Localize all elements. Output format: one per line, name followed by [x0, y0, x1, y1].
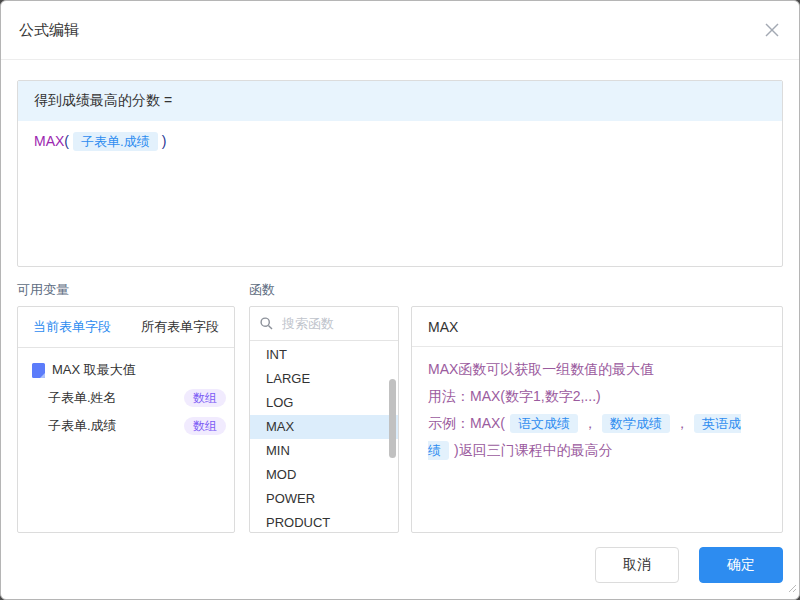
- function-search-input[interactable]: [280, 315, 388, 332]
- detail-description: MAX函数可以获取一组数值的最大值: [428, 356, 766, 383]
- section-labels: 可用变量 函数: [17, 280, 783, 300]
- open-paren: (: [64, 133, 69, 149]
- function-item-max[interactable]: MAX: [250, 415, 398, 439]
- document-icon: [32, 363, 45, 378]
- functions-panel: INT LARGE LOG MAX MIN MOD POWER PRODUCT: [249, 306, 399, 533]
- detail-title: MAX: [412, 307, 782, 347]
- panels-row: 当前表单字段 所有表单字段 MAX 取最大值 子表: [17, 306, 783, 533]
- example-prefix: 示例：MAX(: [428, 415, 505, 431]
- array-badge: 数组: [184, 417, 226, 435]
- detail-example: 示例：MAX(语文成绩，数学成绩，英语成绩)返回三门课程中的最高分: [428, 410, 766, 464]
- formula-field-chip[interactable]: 子表单.成绩: [73, 132, 158, 151]
- function-item-log[interactable]: LOG: [250, 391, 398, 415]
- formula-target-label: 得到成绩最高的分数 =: [18, 81, 782, 121]
- dialog-footer: 取消 确定: [17, 547, 783, 583]
- tree-item-subform-score[interactable]: 子表单.成绩 数组: [18, 412, 234, 440]
- function-list: INT LARGE LOG MAX MIN MOD POWER PRODUCT: [250, 341, 398, 535]
- example-suffix: )返回三门课程中的最高分: [454, 442, 613, 458]
- tree-item-subform-name[interactable]: 子表单.姓名 数组: [18, 384, 234, 412]
- dialog-body: 得到成绩最高的分数 = MAX(子表单.成绩) 可用变量 函数 当前表单字段 所…: [1, 80, 799, 583]
- tree-item-label: MAX 取最大值: [52, 361, 136, 379]
- function-item-product[interactable]: PRODUCT: [250, 511, 398, 535]
- formula-panel: 得到成绩最高的分数 = MAX(子表单.成绩): [17, 80, 783, 267]
- example-separator: ，: [675, 415, 689, 431]
- cancel-button[interactable]: 取消: [595, 547, 679, 583]
- variables-panel: 当前表单字段 所有表单字段 MAX 取最大值 子表: [17, 306, 235, 533]
- detail-body: MAX函数可以获取一组数值的最大值 用法：MAX(数字1,数字2,...) 示例…: [412, 347, 782, 473]
- function-search-row: [250, 307, 398, 341]
- variables-section-label: 可用变量: [17, 280, 249, 300]
- dialog-header: 公式编辑: [1, 1, 799, 60]
- tab-current-form-fields[interactable]: 当前表单字段: [18, 307, 126, 347]
- function-detail-panel: MAX MAX函数可以获取一组数值的最大值 用法：MAX(数字1,数字2,...…: [411, 306, 783, 533]
- search-icon: [260, 317, 273, 330]
- tree-item-max[interactable]: MAX 取最大值: [18, 356, 234, 384]
- function-item-int[interactable]: INT: [250, 343, 398, 367]
- array-badge: 数组: [184, 389, 226, 407]
- functions-section-label: 函数: [249, 280, 275, 300]
- function-item-mod[interactable]: MOD: [250, 463, 398, 487]
- dialog-title: 公式编辑: [19, 21, 79, 40]
- example-field-chip: 语文成绩: [510, 414, 578, 433]
- function-item-min[interactable]: MIN: [250, 439, 398, 463]
- close-icon[interactable]: [763, 21, 781, 39]
- formula-editor[interactable]: MAX(子表单.成绩): [18, 121, 782, 163]
- formula-edit-dialog: 公式编辑 得到成绩最高的分数 = MAX(子表单.成绩) 可用变量 函数: [0, 0, 800, 600]
- variables-tabs: 当前表单字段 所有表单字段: [18, 307, 234, 348]
- resize-grip-icon[interactable]: [786, 578, 796, 596]
- formula-function-name: MAX: [34, 133, 64, 149]
- variables-tree: MAX 取最大值 子表单.姓名 数组 子表单.成绩 数组: [18, 348, 234, 440]
- scrollbar-thumb[interactable]: [389, 379, 396, 458]
- tree-item-label: 子表单.姓名: [48, 389, 117, 407]
- confirm-button[interactable]: 确定: [699, 547, 783, 583]
- detail-usage: 用法：MAX(数字1,数字2,...): [428, 383, 766, 410]
- tab-all-form-fields[interactable]: 所有表单字段: [126, 307, 234, 347]
- close-paren: ): [162, 133, 167, 149]
- example-separator: ，: [583, 415, 597, 431]
- function-item-large[interactable]: LARGE: [250, 367, 398, 391]
- example-field-chip: 数学成绩: [602, 414, 670, 433]
- function-item-power[interactable]: POWER: [250, 487, 398, 511]
- tree-item-label: 子表单.成绩: [48, 417, 117, 435]
